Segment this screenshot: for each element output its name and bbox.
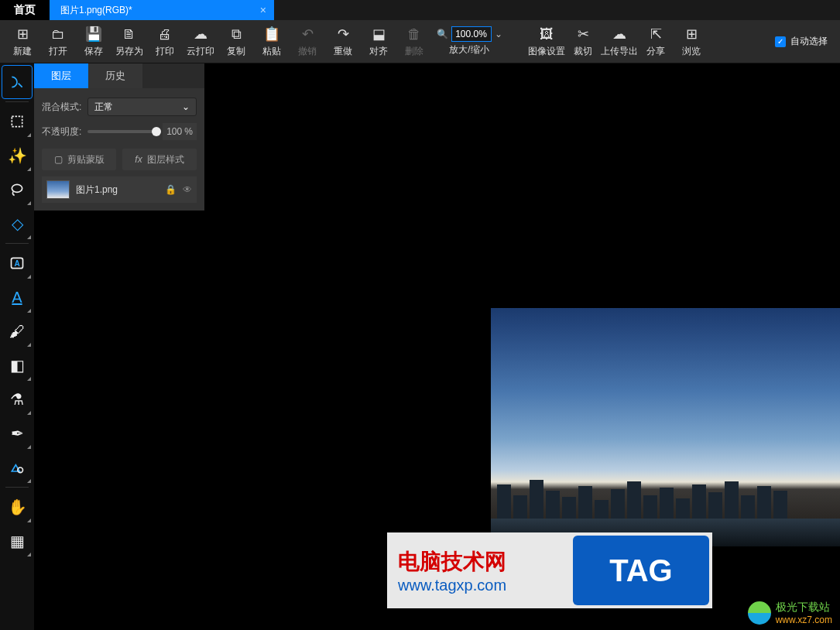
close-icon[interactable]: × bbox=[260, 4, 266, 16]
svg-text:A: A bbox=[14, 259, 19, 268]
copy-button[interactable]: ⧉ 复制 bbox=[218, 21, 254, 63]
imagesettings-button[interactable]: 🖼 图像设置 bbox=[528, 21, 565, 63]
magnifier-icon[interactable]: 🔍 bbox=[437, 29, 448, 39]
tool-strip: ✨ ◇ A A 🖌 ◧ ⚗ ✒ ✋ ▦ bbox=[0, 63, 34, 630]
hand-icon: ✋ bbox=[8, 498, 27, 516]
tab-history[interactable]: 历史 bbox=[88, 63, 142, 88]
home-tab-label: 首页 bbox=[14, 3, 36, 17]
stamp-tool[interactable]: ⚗ bbox=[2, 382, 33, 416]
delete-button[interactable]: 🗑 删除 bbox=[396, 21, 432, 63]
tab-layers[interactable]: 图层 bbox=[34, 63, 88, 88]
shapes-icon bbox=[9, 460, 25, 475]
eraser-tool[interactable]: ◧ bbox=[2, 348, 33, 382]
toolbar-right: ✓ 自动选择 bbox=[775, 35, 835, 48]
file-tab-label: 图片1.png(RGB)* bbox=[60, 4, 132, 17]
share-label: 分享 bbox=[646, 45, 665, 58]
lock-icon[interactable]: 🔒 bbox=[165, 184, 177, 195]
lasso-icon bbox=[9, 182, 25, 197]
canvas-image[interactable] bbox=[491, 308, 840, 546]
crop-button[interactable]: ✂ 裁切 bbox=[565, 21, 601, 63]
upload-icon: ☁ bbox=[612, 25, 626, 43]
pointer-icon bbox=[9, 74, 25, 90]
eye-icon[interactable]: 👁 bbox=[183, 184, 192, 195]
separator bbox=[5, 101, 29, 102]
shape-tool[interactable] bbox=[2, 450, 33, 484]
text-style-tool[interactable]: A bbox=[2, 280, 33, 314]
marquee-tool[interactable] bbox=[2, 104, 33, 139]
print-button[interactable]: 🖨 打印 bbox=[147, 21, 183, 63]
undo-icon: ↶ bbox=[302, 25, 314, 43]
text-underline-icon: A bbox=[12, 289, 22, 306]
cloudprint-label: 云打印 bbox=[187, 45, 214, 58]
save-button[interactable]: 💾 保存 bbox=[76, 21, 111, 63]
browse-label: 浏览 bbox=[682, 45, 701, 58]
magic-wand-tool[interactable]: ✨ bbox=[2, 139, 33, 173]
layer-item[interactable]: 图片1.png 🔒 👁 bbox=[42, 176, 197, 203]
delete-label: 删除 bbox=[405, 45, 423, 58]
xz7-logo-icon bbox=[748, 601, 771, 625]
redo-button[interactable]: ↷ 重做 bbox=[325, 21, 361, 63]
slider-thumb[interactable] bbox=[152, 127, 161, 136]
saveas-icon: 🗎 bbox=[122, 25, 136, 43]
opacity-value: 100 bbox=[166, 126, 182, 137]
layer-name: 图片1.png bbox=[76, 183, 159, 197]
saveas-label: 另存为 bbox=[115, 45, 143, 58]
watermark-tagxp: 电脑技术网 www.tagxp.com TAG bbox=[387, 532, 712, 608]
new-button[interactable]: ⊞ 新建 bbox=[5, 21, 40, 63]
watermark-badge: TAG bbox=[573, 536, 709, 605]
paste-button[interactable]: 📋 粘贴 bbox=[254, 21, 290, 63]
wand-icon: ✨ bbox=[8, 146, 27, 165]
blend-mode-select[interactable]: 正常 ⌄ bbox=[87, 98, 197, 116]
clip-mask-button[interactable]: ▢ 剪贴蒙版 bbox=[42, 149, 116, 170]
undo-label: 撤销 bbox=[298, 45, 317, 58]
brush-tool[interactable]: 🖌 bbox=[2, 314, 33, 348]
svg-rect-0 bbox=[12, 116, 22, 126]
pen-tool[interactable]: ✒ bbox=[2, 416, 33, 450]
open-button[interactable]: 🗀 打开 bbox=[40, 21, 76, 63]
opacity-value-box[interactable]: 100 % bbox=[163, 123, 197, 140]
main-toolbar: ⊞ 新建 🗀 打开 💾 保存 🗎 另存为 🖨 打印 ☁ 云打印 ⧉ 复制 📋 粘… bbox=[0, 20, 840, 63]
opacity-label: 不透明度: bbox=[42, 125, 81, 139]
uploadexport-label: 上传导出 bbox=[601, 45, 638, 58]
text-tool[interactable]: A bbox=[2, 246, 33, 280]
paste-icon: 📋 bbox=[263, 25, 280, 43]
new-label: 新建 bbox=[13, 45, 32, 58]
tab-bar: 首页 图片1.png(RGB)* × bbox=[0, 0, 840, 20]
paint-bucket-tool[interactable]: ◇ bbox=[2, 207, 33, 241]
hand-tool[interactable]: ✋ bbox=[2, 490, 33, 524]
browse-button[interactable]: ⊞ 浏览 bbox=[674, 21, 709, 63]
imagesettings-label: 图像设置 bbox=[528, 45, 565, 58]
crop-label: 裁切 bbox=[574, 45, 592, 58]
xz7-url: www.xz7.com bbox=[776, 615, 832, 625]
redo-label: 重做 bbox=[334, 45, 352, 58]
pen-icon: ✒ bbox=[11, 424, 24, 443]
eraser-icon: ◧ bbox=[10, 356, 25, 375]
print-icon: 🖨 bbox=[158, 25, 172, 43]
undo-button[interactable]: ↶ 撤销 bbox=[290, 21, 325, 63]
grid-tool[interactable]: ▦ bbox=[2, 524, 33, 558]
perspective-icon: ▦ bbox=[10, 532, 25, 550]
plus-square-icon: ⊞ bbox=[17, 25, 29, 43]
blend-mode-label: 混合模式: bbox=[42, 101, 81, 114]
xz7-name: 极光下载站 bbox=[776, 601, 832, 615]
home-tab[interactable]: 首页 bbox=[0, 0, 50, 20]
saveas-button[interactable]: 🗎 另存为 bbox=[111, 21, 147, 63]
zoom-input[interactable] bbox=[451, 26, 492, 42]
watermark-line1: 电脑技术网 bbox=[398, 547, 570, 577]
skyline bbox=[491, 472, 840, 519]
lasso-tool[interactable] bbox=[2, 173, 33, 207]
align-button[interactable]: ⬓ 对齐 bbox=[361, 21, 396, 63]
autoselect-checkbox[interactable]: ✓ bbox=[775, 36, 786, 47]
separator bbox=[5, 243, 29, 244]
layer-style-button[interactable]: fx 图层样式 bbox=[122, 149, 197, 170]
blend-mode-value: 正常 bbox=[94, 101, 113, 114]
opacity-unit: % bbox=[184, 126, 193, 137]
opacity-slider[interactable] bbox=[87, 130, 156, 133]
chevron-down-icon[interactable]: ⌄ bbox=[495, 29, 502, 39]
text-icon: A bbox=[9, 255, 25, 271]
file-tab[interactable]: 图片1.png(RGB)* × bbox=[50, 0, 274, 20]
share-button[interactable]: ⇱ 分享 bbox=[638, 21, 674, 63]
move-tool[interactable] bbox=[2, 65, 33, 99]
uploadexport-button[interactable]: ☁ 上传导出 bbox=[601, 21, 638, 63]
cloudprint-button[interactable]: ☁ 云打印 bbox=[183, 21, 218, 63]
